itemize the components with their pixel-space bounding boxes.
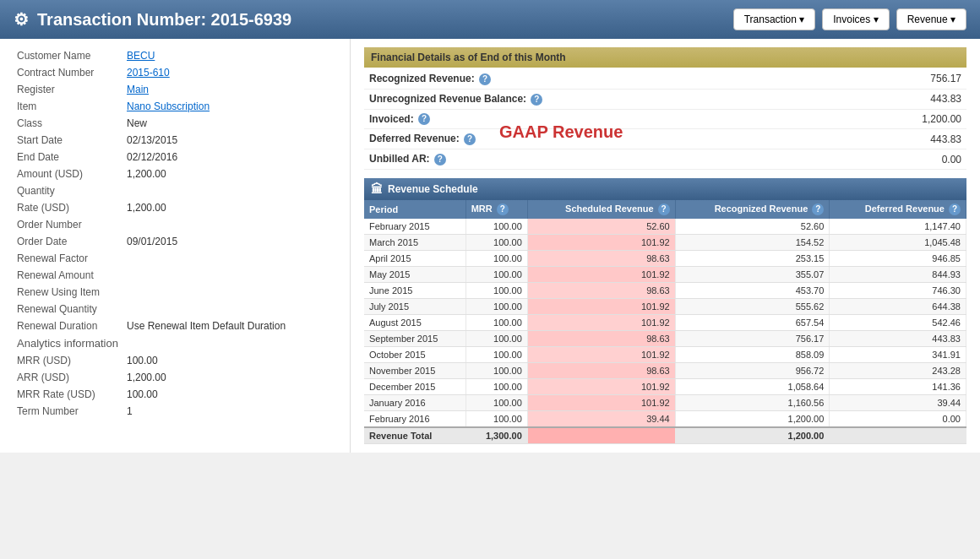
deferred-cell: 946.85 (830, 251, 966, 267)
recognized-cell: 52.60 (675, 219, 830, 235)
top-bar-buttons: Transaction ▾ Invoices ▾ Revenue ▾ (733, 8, 966, 30)
deferred-cell: 141.36 (830, 379, 966, 395)
table-row: August 2015 100.00 101.92 657.54 542.46 (364, 315, 966, 331)
period-cell: June 2015 (364, 283, 466, 299)
table-row: Rate (USD) 1,200.00 (14, 199, 336, 216)
scheduled-cell: 98.63 (527, 331, 675, 347)
period-cell: March 2015 (364, 235, 466, 251)
financial-value: 443.83 (838, 129, 966, 149)
total-label: Revenue Total (364, 427, 466, 444)
period-cell: April 2015 (364, 251, 466, 267)
field-label: Class (14, 115, 123, 132)
table-row: Quantity (14, 182, 336, 199)
field-label: Renewal Duration (14, 317, 123, 334)
table-row: Term Number 1 (14, 403, 336, 420)
table-row: Register Main (14, 81, 336, 98)
financial-label: Deferred Revenue: ? GAAP Revenue (364, 129, 838, 149)
field-label: Renewal Amount (14, 267, 123, 284)
field-label: Renewal Factor (14, 250, 123, 267)
left-panel: Customer Name BECU Contract Number 2015-… (0, 39, 351, 453)
recognized-cell: 253.15 (675, 251, 830, 267)
scheduled-cell: 39.44 (527, 411, 675, 428)
register-link[interactable]: Main (127, 84, 149, 95)
table-row: Recognized Revenue: ? 756.17 (364, 69, 966, 89)
table-row: March 2015 100.00 101.92 154.52 1,045.48 (364, 235, 966, 251)
help-icon[interactable]: ? (949, 204, 961, 215)
period-cell: December 2015 (364, 379, 466, 395)
start-date-value: 02/13/2015 (123, 132, 336, 149)
recognized-cell: 657.54 (675, 315, 830, 331)
table-row: Renewal Factor (14, 250, 336, 267)
table-row: February 2015 100.00 52.60 52.60 1,147.4… (364, 219, 966, 235)
scheduled-cell: 98.63 (527, 363, 675, 379)
table-row: Analytics information (14, 334, 336, 352)
help-icon[interactable]: ? (479, 73, 491, 85)
total-row: Revenue Total 1,300.00 1,200.00 (364, 427, 966, 444)
deferred-cell: 1,045.48 (830, 235, 966, 251)
deferred-cell: 644.38 (830, 299, 966, 315)
recognized-cell: 956.72 (675, 363, 830, 379)
scheduled-cell: 101.92 (527, 235, 675, 251)
arr-value: 1,200.00 (123, 369, 336, 386)
right-panel: Financial Details as of End of this Mont… (351, 39, 980, 453)
table-row: End Date 02/12/2016 (14, 149, 336, 166)
period-cell: January 2016 (364, 395, 466, 411)
table-row: MRR Rate (USD) 100.00 (14, 386, 336, 403)
total-deferred (830, 427, 966, 444)
info-table: Customer Name BECU Contract Number 2015-… (14, 47, 336, 420)
renew-using-item-value (123, 284, 336, 301)
transaction-button[interactable]: Transaction ▾ (733, 8, 816, 30)
financial-value: 1,200.00 (838, 109, 966, 129)
help-icon[interactable]: ? (434, 154, 446, 166)
help-icon[interactable]: ? (658, 204, 670, 215)
transaction-number: Transaction Number: 2015-6939 (37, 10, 291, 30)
revenue-button[interactable]: Revenue ▾ (896, 8, 966, 30)
renewal-duration-value: Use Renewal Item Default Duration (123, 317, 336, 334)
total-recognized: 1,200.00 (675, 427, 830, 444)
table-row: Renewal Amount (14, 267, 336, 284)
period-cell: November 2015 (364, 363, 466, 379)
scheduled-cell: 101.92 (527, 315, 675, 331)
table-row: Invoiced: ? 1,200.00 (364, 109, 966, 129)
mrr-cell: 100.00 (466, 315, 527, 331)
class-value: New (123, 115, 336, 132)
field-label: Order Number (14, 216, 123, 233)
table-row: Renewal Duration Use Renewal Item Defaul… (14, 317, 336, 334)
col-deferred: Deferred Revenue ? (830, 200, 966, 219)
schedule-header-text: Revenue Schedule (388, 183, 478, 195)
deferred-cell: 0.00 (830, 411, 966, 428)
table-row: MRR (USD) 100.00 (14, 352, 336, 369)
period-cell: July 2015 (364, 299, 466, 315)
table-row: Class New (14, 115, 336, 132)
table-row: November 2015 100.00 98.63 956.72 243.28 (364, 363, 966, 379)
col-recognized: Recognized Revenue ? (675, 200, 830, 219)
help-icon[interactable]: ? (418, 113, 430, 125)
main-content: Customer Name BECU Contract Number 2015-… (0, 39, 980, 453)
contract-number-link[interactable]: 2015-610 (127, 67, 170, 79)
scheduled-cell: 98.63 (527, 283, 675, 299)
financial-table: Recognized Revenue: ? 756.17 Unrecognize… (364, 69, 966, 170)
mrr-cell: 100.00 (466, 411, 527, 428)
invoices-button[interactable]: Invoices ▾ (822, 8, 889, 30)
field-label: Customer Name (14, 47, 123, 64)
help-icon[interactable]: ? (812, 204, 824, 215)
deferred-cell: 443.83 (830, 331, 966, 347)
deferred-cell: 844.93 (830, 267, 966, 283)
help-icon[interactable]: ? (497, 204, 509, 215)
period-cell: August 2015 (364, 315, 466, 331)
field-label: Renewal Quantity (14, 301, 123, 317)
table-row: October 2015 100.00 101.92 858.09 341.91 (364, 347, 966, 363)
order-number-value (123, 216, 336, 233)
help-icon[interactable]: ? (464, 133, 476, 145)
end-date-value: 02/12/2016 (123, 149, 336, 166)
field-label: Renew Using Item (14, 284, 123, 301)
renewal-factor-value (123, 250, 336, 267)
help-icon[interactable]: ? (531, 94, 542, 106)
financial-value: 756.17 (838, 69, 966, 89)
customer-name-link[interactable]: BECU (127, 50, 155, 62)
table-row: Start Date 02/13/2015 (14, 132, 336, 149)
recognized-cell: 154.52 (675, 235, 830, 251)
item-link[interactable]: Nano Subscription (127, 100, 210, 112)
table-row: Contract Number 2015-610 (14, 64, 336, 81)
mrr-rate-value: 100.00 (123, 386, 336, 403)
